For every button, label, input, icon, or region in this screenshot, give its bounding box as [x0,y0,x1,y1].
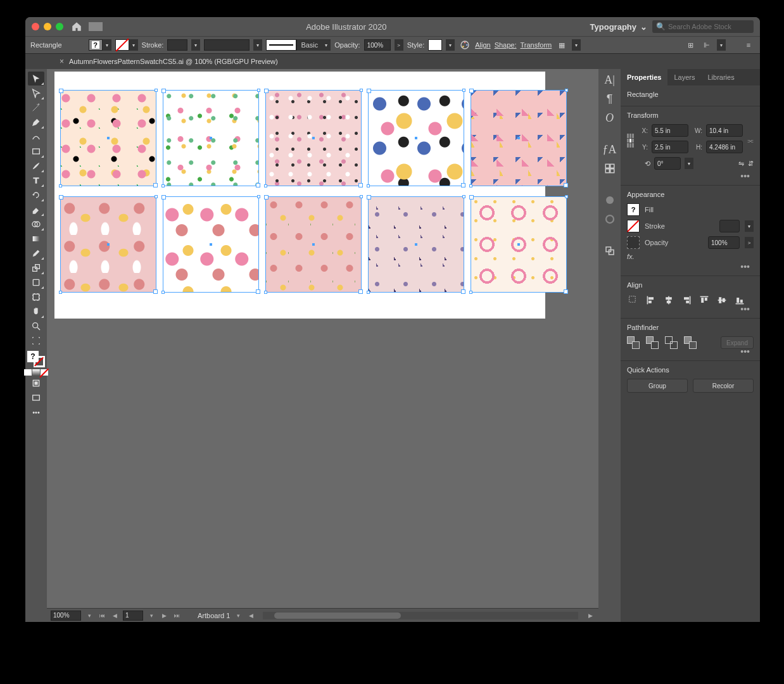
scale-tool[interactable] [28,261,44,275]
variable-width-dropdown[interactable]: ▾ [253,39,262,51]
paragraph-panel-icon[interactable]: ¶ [603,92,617,106]
home-icon[interactable] [71,21,82,32]
rotate-input[interactable] [654,157,681,170]
document-tab[interactable]: × AutumnFlowersPatternSwatchCS5.ai @ 100… [53,54,284,69]
close-window-button[interactable] [32,23,39,30]
last-artboard-button[interactable]: ⏭ [172,611,181,621]
next-artboard-button[interactable]: ▶ [160,611,168,621]
artboard-name-dropdown[interactable]: ▾ [234,611,243,621]
edit-toolbar-icon[interactable]: ••• [28,405,44,419]
first-artboard-button[interactable]: ⏮ [98,611,106,621]
artboard-tool[interactable] [28,290,44,304]
recolor-artwork-icon[interactable] [458,39,471,51]
stroke-weight-panel-input[interactable] [719,220,740,232]
minimize-window-button[interactable] [44,23,51,30]
pattern-swatch[interactable] [163,197,258,292]
snap-options-icon[interactable]: ⊩ [700,39,713,51]
stroke-swatch[interactable] [115,39,129,51]
flip-vertical-icon[interactable]: ⇵ [748,160,754,168]
magic-wand-tool[interactable] [28,101,44,115]
isolate-icon[interactable]: ▦ [555,39,568,51]
tab-libraries[interactable]: Libraries [701,69,740,86]
stroke-indicator[interactable] [34,356,45,367]
horizontal-scrollbar[interactable] [263,612,578,619]
pattern-swatch[interactable] [266,91,361,186]
arrange-documents-dropdown[interactable] [89,22,103,31]
color-panel-icon[interactable] [603,193,617,207]
maximize-window-button[interactable] [56,23,63,30]
curvature-tool[interactable] [28,130,44,144]
tab-properties[interactable]: Properties [621,69,667,86]
y-input[interactable] [652,141,688,153]
fill-dropdown[interactable]: ▾ [103,39,111,51]
transform-more-icon[interactable]: ••• [627,174,754,180]
brush-definition[interactable]: Basic ▾ [266,39,331,51]
w-input[interactable] [706,124,743,137]
graphic-style-dropdown[interactable]: ▾ [446,39,455,51]
fill-stroke-indicator[interactable]: ? [27,351,45,367]
pathfinder-unite-icon[interactable] [627,336,640,349]
character-panel-icon[interactable]: A| [603,73,617,87]
pathfinder-intersect-icon[interactable] [665,336,678,349]
zoom-input[interactable] [51,611,81,621]
draw-mode-icon[interactable] [28,376,44,390]
close-tab-icon[interactable]: × [60,57,64,66]
pattern-swatch[interactable] [163,91,258,186]
canvas[interactable] [47,69,598,608]
color-mode-gradient[interactable] [32,369,40,376]
artboards-panel-icon[interactable] [603,244,617,258]
graphic-style-swatch[interactable] [428,39,442,51]
fx-icon[interactable]: fx. [627,253,635,260]
stroke-dropdown[interactable]: ▾ [129,39,138,51]
opacity-value-panel[interactable]: 100% [708,236,740,249]
align-right-icon[interactable] [680,294,693,307]
hscroll-left[interactable]: ◀ [246,611,255,621]
gradient-tool[interactable] [28,232,44,246]
shape-panel-link[interactable]: Shape: [495,41,517,49]
opacity-dropdown[interactable]: > [395,39,403,51]
adobe-stock-search[interactable]: 🔍 [652,20,754,33]
swatches-panel-icon[interactable] [603,162,617,175]
pattern-swatch[interactable] [61,91,156,186]
align-top-icon[interactable] [698,294,711,307]
recolor-button[interactable]: Recolor [693,379,754,393]
pattern-swatch[interactable] [471,91,566,186]
x-input[interactable] [652,124,688,137]
pattern-swatch[interactable] [61,197,156,292]
align-vcenter-icon[interactable] [716,294,728,307]
opacity-panel-dropdown[interactable]: > [745,237,754,248]
eraser-tool[interactable] [28,203,44,217]
rectangle-tool[interactable] [28,144,44,158]
stroke-weight-panel-dropdown[interactable]: ▾ [745,220,754,232]
align-panel-link[interactable]: Align [475,41,490,49]
pathfinder-exclude-icon[interactable] [684,336,697,349]
group-button[interactable]: Group [627,379,688,393]
align-hcenter-icon[interactable] [662,294,675,307]
align-to-dropdown[interactable] [627,294,640,307]
pattern-swatch[interactable] [266,197,361,292]
stroke-swatch-panel[interactable] [627,220,640,232]
direct-selection-tool[interactable] [28,86,44,100]
workspace-switcher[interactable]: Typography ⌄ [590,22,647,32]
artboard-index-dropdown[interactable]: ▾ [147,611,156,621]
opacity-input[interactable] [364,39,391,51]
fill-swatch-panel[interactable]: ? [627,203,640,216]
pattern-swatch[interactable] [471,197,566,292]
align-to-pixel-grid-icon[interactable]: ⊞ [684,39,697,51]
pattern-swatch[interactable] [369,197,464,292]
opentype-panel-icon[interactable]: O [603,111,617,125]
reference-point-widget[interactable] [627,134,634,148]
snap-dropdown[interactable]: ▾ [717,39,726,51]
align-more-icon[interactable]: ••• [627,307,754,313]
scrollbar-thumb[interactable] [274,612,401,619]
tab-layers[interactable]: Layers [667,69,701,86]
search-input[interactable] [668,23,756,30]
free-transform-tool[interactable] [28,276,44,289]
brush-dropdown[interactable]: ▾ [322,39,331,51]
shape-builder-tool[interactable] [28,217,44,231]
stroke-weight-input[interactable] [167,39,187,51]
hand-tool[interactable] [28,305,44,319]
eyedropper-tool[interactable] [28,246,44,260]
color-guide-panel-icon[interactable] [603,212,617,226]
stroke-weight-dropdown[interactable]: ▾ [191,39,200,51]
